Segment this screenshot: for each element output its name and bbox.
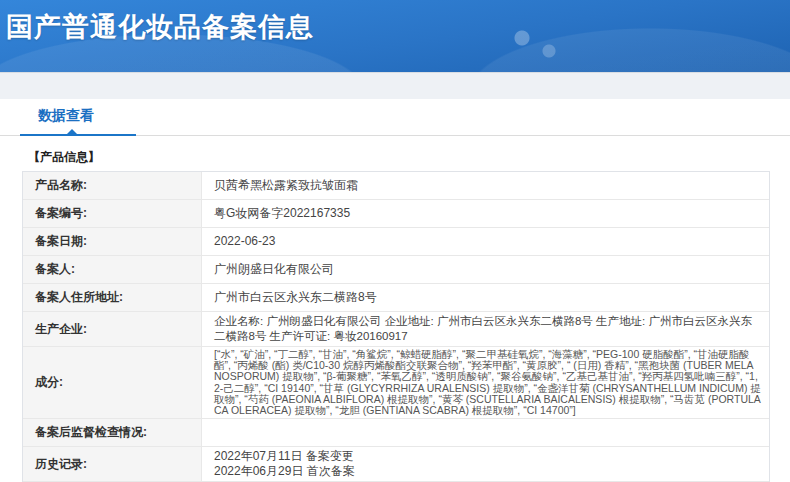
- row-label: 成分:: [23, 347, 202, 418]
- table-row-registration-number: 备案编号: 粤G妆网备字2022167335: [23, 199, 769, 227]
- row-value: 2022-06-23: [202, 228, 769, 255]
- table-row-manufacturer: 生产企业: 企业名称: 广州朗盛日化有限公司 企业地址: 广州市白云区永兴东二横…: [23, 311, 769, 346]
- row-label: 备案人住所地址:: [23, 284, 202, 311]
- row-label: 生产企业:: [23, 312, 202, 346]
- page-header-banner: 国产普通化妆品备案信息: [0, 0, 790, 72]
- table-row-registrant: 备案人: 广州朗盛日化有限公司: [23, 255, 769, 283]
- row-label: 历史记录:: [23, 447, 202, 481]
- product-info-section-label: 【产品信息】: [28, 149, 790, 166]
- row-value: 2022年07月11日 备案变更 2022年06月29日 首次备案: [202, 447, 769, 481]
- table-row-registrant-address: 备案人住所地址: 广州市白云区永兴东二横路8号: [23, 283, 769, 311]
- active-tab-underline: [20, 134, 136, 136]
- row-value: [202, 419, 769, 446]
- table-row-product-name: 产品名称: 贝茜希黑松露紧致抗皱面霜: [23, 172, 769, 199]
- cosmetics-registration-page: 国产普通化妆品备案信息 数据查看 【产品信息】 产品名称: 贝茜希黑松露紧致抗皱…: [0, 0, 790, 482]
- row-label: 备案后监督检查情况:: [23, 419, 202, 446]
- row-label: 产品名称:: [23, 172, 202, 199]
- row-label: 备案日期:: [23, 228, 202, 255]
- table-row-supervision-check: 备案后监督检查情况:: [23, 418, 769, 446]
- product-info-table: 产品名称: 贝茜希黑松露紧致抗皱面霜 备案编号: 粤G妆网备字202216733…: [22, 171, 770, 482]
- page-title: 国产普通化妆品备案信息: [6, 9, 314, 45]
- row-value: 广州市白云区永兴东二横路8号: [202, 284, 769, 311]
- table-row-history: 历史记录: 2022年07月11日 备案变更 2022年06月29日 首次备案: [23, 446, 769, 481]
- tab-bar: 数据查看: [0, 99, 790, 137]
- row-label: 备案人:: [23, 256, 202, 283]
- row-value: 贝茜希黑松露紧致抗皱面霜: [202, 172, 769, 199]
- tab-data-view[interactable]: 数据查看: [38, 107, 94, 125]
- row-value: [“水”, “矿油”, “丁二醇”, “甘油”, “角鲨烷”, “鲸蜡硬脂醇”,…: [202, 347, 769, 418]
- row-value: 企业名称: 广州朗盛日化有限公司 企业地址: 广州市白云区永兴东二横路8号 生产…: [202, 312, 769, 346]
- table-row-ingredients: 成分: [“水”, “矿油”, “丁二醇”, “甘油”, “角鲨烷”, “鲸蜡硬…: [23, 346, 769, 418]
- header-sub-strip: [0, 72, 790, 99]
- table-row-registration-date: 备案日期: 2022-06-23: [23, 227, 769, 255]
- row-value: 广州朗盛日化有限公司: [202, 256, 769, 283]
- active-tab-caret-icon: [66, 129, 78, 135]
- row-value: 粤G妆网备字2022167335: [202, 200, 769, 227]
- row-label: 备案编号:: [23, 200, 202, 227]
